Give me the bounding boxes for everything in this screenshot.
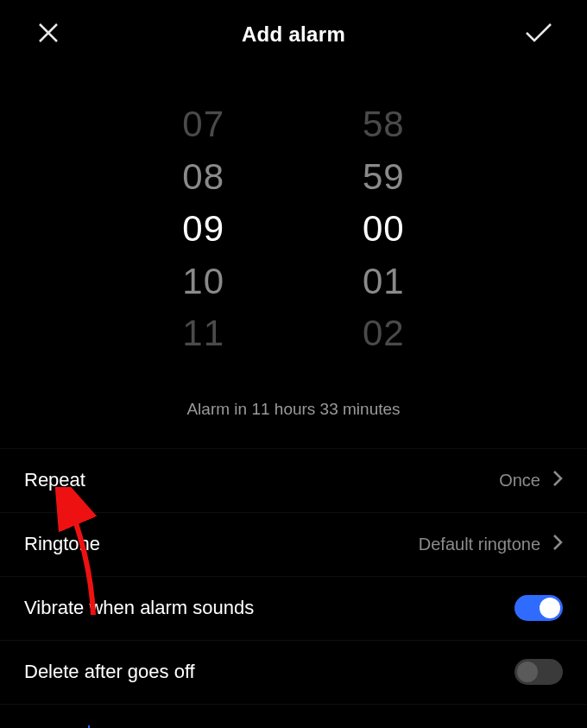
close-button[interactable] [33, 19, 64, 50]
confirm-button[interactable] [523, 19, 554, 50]
delete-after-row: Delete after goes off [0, 641, 587, 705]
minute-option: 58 [363, 102, 405, 148]
minute-wheel[interactable]: 58 59 00 01 02 [363, 102, 405, 357]
ringtone-row[interactable]: Ringtone Default ringtone [0, 513, 587, 577]
alarm-label-placeholder: Alarm label [92, 725, 186, 728]
chevron-right-icon [552, 470, 563, 491]
ringtone-value: Default ringtone [419, 535, 540, 554]
vibrate-toggle[interactable] [514, 595, 563, 621]
minute-selected: 00 [363, 206, 405, 252]
vibrate-row: Vibrate when alarm sounds [0, 577, 587, 641]
delete-after-toggle[interactable] [514, 659, 563, 685]
repeat-label: Repeat [24, 469, 85, 491]
hour-wheel[interactable]: 07 08 09 10 11 [182, 102, 224, 357]
minute-option: 59 [363, 155, 405, 200]
label-field-label: Label [24, 725, 71, 729]
minute-option: 02 [363, 311, 405, 357]
minute-option: 01 [363, 259, 405, 305]
close-icon [36, 21, 60, 48]
check-icon [524, 21, 553, 48]
page-title: Add alarm [242, 22, 345, 47]
time-picker: 07 08 09 10 11 58 59 00 01 02 [0, 60, 587, 381]
settings-list: Repeat Once Ringtone Default ringtone Vi… [0, 448, 587, 729]
hour-option: 11 [182, 311, 224, 357]
ringtone-label: Ringtone [24, 533, 100, 555]
repeat-row[interactable]: Repeat Once [0, 449, 587, 513]
label-row: Label Alarm label [0, 705, 587, 729]
hour-option: 07 [182, 102, 224, 148]
alarm-label-input[interactable]: Alarm label [88, 725, 186, 728]
delete-after-label: Delete after goes off [24, 661, 195, 683]
alarm-countdown: Alarm in 11 hours 33 minutes [0, 381, 587, 448]
hour-option: 08 [182, 155, 224, 200]
vibrate-label: Vibrate when alarm sounds [24, 597, 254, 619]
chevron-right-icon [552, 534, 563, 555]
repeat-value: Once [499, 471, 540, 491]
hour-selected: 09 [182, 206, 224, 252]
hour-option: 10 [182, 259, 224, 305]
header: Add alarm [0, 0, 587, 60]
